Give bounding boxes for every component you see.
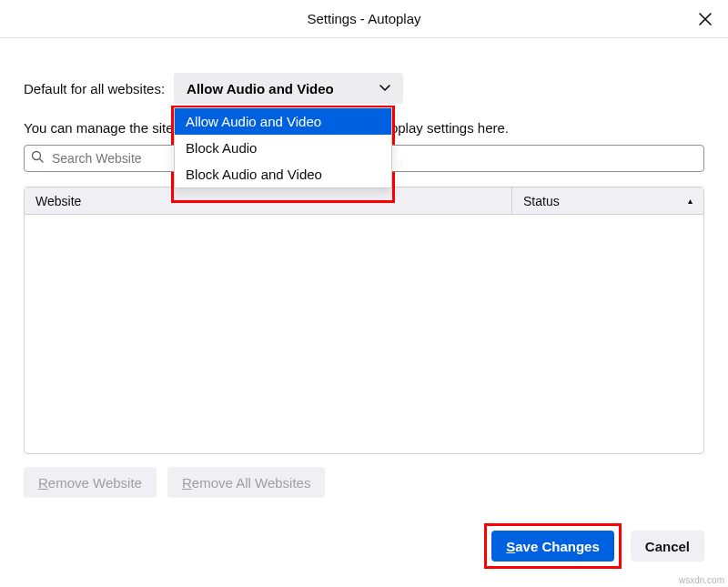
dialog-footer: Save Changes Cancel bbox=[484, 523, 704, 569]
default-label: Default for all websites: bbox=[24, 81, 165, 96]
search-icon bbox=[31, 150, 44, 166]
default-row: Default for all websites: Allow Audio an… bbox=[24, 73, 704, 104]
dialog-title: Settings - Autoplay bbox=[307, 11, 420, 26]
watermark: wsxdn.com bbox=[679, 575, 724, 585]
close-icon bbox=[699, 13, 712, 25]
remove-buttons-row: Remove Website Remove All Websites bbox=[24, 467, 704, 498]
column-header-status[interactable]: Status ▴ bbox=[512, 187, 703, 214]
highlight-box-save: Save Changes bbox=[484, 523, 622, 569]
close-button[interactable] bbox=[695, 9, 715, 29]
sort-caret-icon: ▴ bbox=[688, 196, 693, 206]
dialog-content: Default for all websites: Allow Audio an… bbox=[0, 38, 728, 498]
default-select[interactable]: Allow Audio and Video bbox=[174, 73, 403, 104]
dialog-titlebar: Settings - Autoplay bbox=[0, 0, 728, 38]
dropdown-option-block-av[interactable]: Block Audio and Video bbox=[175, 161, 391, 187]
remove-all-websites-button: Remove All Websites bbox=[167, 467, 325, 498]
svg-line-1 bbox=[40, 159, 44, 163]
default-select-value: Allow Audio and Video bbox=[187, 81, 334, 96]
site-table: Website Status ▴ bbox=[24, 187, 704, 454]
save-changes-button[interactable]: Save Changes bbox=[491, 531, 614, 562]
dropdown-option-block-audio[interactable]: Block Audio bbox=[175, 135, 391, 161]
table-body bbox=[25, 215, 703, 453]
default-select-dropdown: Allow Audio and Video Block Audio Block … bbox=[174, 107, 392, 188]
dropdown-option-allow-av[interactable]: Allow Audio and Video bbox=[175, 108, 391, 135]
cancel-button[interactable]: Cancel bbox=[631, 531, 704, 562]
default-select-wrap: Allow Audio and Video Allow Audio and Vi… bbox=[174, 73, 403, 104]
chevron-down-icon bbox=[379, 82, 390, 95]
column-header-website[interactable]: Website bbox=[25, 187, 512, 214]
table-header: Website Status ▴ bbox=[25, 187, 703, 215]
remove-website-button: Remove Website bbox=[24, 467, 157, 498]
